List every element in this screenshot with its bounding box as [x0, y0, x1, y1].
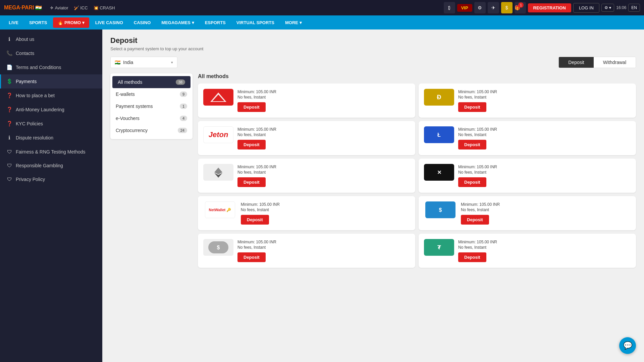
method-card-eth: ETH Minimum: 105.00 INR No fees, Instant… [198, 159, 415, 193]
nav-virtual-sports[interactable]: VIRTUAL SPORTS [232, 17, 279, 28]
responsible-icon: 🛡 [6, 163, 12, 168]
aviator-link[interactable]: ✈ Aviator [50, 5, 68, 10]
methods-header: All methods [198, 73, 636, 79]
xrp-minimum: Minimum: 105.00 INR [458, 165, 631, 169]
tron-info: Minimum: 105.00 INR No fees, Instant Dep… [237, 89, 410, 112]
nav-esports[interactable]: ESPORTS [200, 17, 230, 28]
registration-button[interactable]: REGISTRATION [528, 3, 571, 12]
nav-live[interactable]: LIVE [4, 17, 23, 28]
document-icon: 📄 [6, 64, 12, 70]
tab-withdrawal[interactable]: Withdrawal [594, 57, 636, 68]
methods-grid-items: TRON (TRX) Minimum: 105.00 INR No fees, … [198, 83, 636, 268]
tron-minimum: Minimum: 105.00 INR [237, 89, 410, 94]
filter-cryptocurrency[interactable]: Cryptocurrency 24 [110, 124, 193, 136]
dollar-button[interactable]: $ [501, 2, 513, 13]
xrp-deposit-button[interactable]: Deposit [458, 177, 486, 187]
sidebar-label-responsible: Responsible Gambling [16, 163, 63, 168]
method-card-usdc: $ USDC (ERC20) Minimum: 105.00 INR No fe… [419, 196, 636, 230]
bitcoin-icon-button[interactable]: ₿ [444, 2, 455, 13]
login-button[interactable]: LOG IN [573, 3, 599, 13]
method-card-ltc: Ł LTC Minimum: 105.00 INR No fees, Insta… [419, 121, 636, 155]
methods-grid: All methods TRON (TRX) Minimum: 105.00 I… [198, 73, 636, 268]
sidebar-item-kyc[interactable]: ❓ KYC Policies [0, 117, 102, 131]
usdc-fees: No fees, Instant [461, 207, 631, 212]
filter-crypto-count: 24 [178, 128, 187, 133]
sidebar-label-payments: Payments [16, 79, 37, 84]
nav-megagames[interactable]: MEGAGAMES ▾ [157, 17, 199, 28]
usdt-deposit-button[interactable]: Deposit [237, 252, 266, 262]
netwallet-info: Minimum: 105.00 INR No fees, Instant Dep… [241, 202, 410, 225]
icc-link[interactable]: 🏏 ICC [74, 5, 88, 10]
nav-casino[interactable]: CASINO [129, 17, 156, 28]
deposit-controls: 🇮🇳 India ▾ Deposit Withdrawal [110, 57, 636, 68]
sidebar-item-aml[interactable]: ❓ Anti-Money Laundering [0, 103, 102, 117]
telegram-button[interactable]: ✈ [488, 2, 499, 13]
sidebar-item-responsible-gambling[interactable]: 🛡 Responsible Gambling [0, 159, 102, 172]
usdt-fees: No fees, Instant [237, 245, 410, 250]
gift-button[interactable]: 🎁1 [515, 2, 526, 13]
nav-sports[interactable]: SPORTS [24, 17, 52, 28]
tron-deposit-button[interactable]: Deposit [237, 102, 266, 112]
info-icon: ℹ [6, 36, 12, 42]
usdc-logo: $ [425, 201, 455, 218]
filter-payment-count: 1 [180, 104, 187, 109]
tron-logo [203, 89, 233, 106]
settings-wheel-button[interactable]: ⚙ [474, 2, 486, 13]
doge-deposit-button[interactable]: Deposit [458, 102, 486, 112]
svg-text:$: $ [439, 207, 442, 213]
chat-button[interactable]: 💬 [619, 337, 636, 354]
filter-ewallets-label: E-wallets [116, 92, 135, 97]
method-card-tron: TRON (TRX) Minimum: 105.00 INR No fees, … [198, 83, 415, 118]
methods-container: All methods 38 E-wallets 9 Payment syste… [110, 73, 636, 268]
usdc-minimum: Minimum: 105.00 INR [461, 202, 631, 207]
crash-link[interactable]: 💥 CRASH [93, 5, 115, 10]
tether-name: Tether [433, 257, 446, 262]
sidebar-label-how-to-bet: How to place a bet [16, 93, 55, 98]
usdt-info: Minimum: 105.00 INR No fees, Instant Dep… [237, 240, 410, 262]
filter-payment-label: Payment systems [116, 104, 153, 109]
sidebar-label-dispute: Dispute resolution [16, 135, 53, 140]
method-card-jeton: Jeton Jeton Wallet Minimum: 105.00 INR N… [198, 121, 415, 155]
privacy-icon: 🛡 [6, 176, 12, 182]
jeton-minimum: Minimum: 105.00 INR [237, 127, 410, 132]
doge-name: DOGE [432, 107, 446, 112]
sidebar-item-about-us[interactable]: ℹ About us [0, 32, 102, 46]
filter-ewallets[interactable]: E-wallets 9 [110, 88, 193, 100]
doge-info: Minimum: 105.00 INR No fees, Instant Dep… [458, 89, 631, 112]
country-selector[interactable]: 🇮🇳 India ▾ [110, 57, 177, 68]
gear-settings-button[interactable]: ⚙ ▾ [601, 4, 614, 12]
vip-button[interactable]: VIP [457, 4, 472, 12]
eth-deposit-button[interactable]: Deposit [237, 177, 266, 187]
doge-minimum: Minimum: 105.00 INR [458, 89, 631, 94]
jeton-deposit-button[interactable]: Deposit [237, 140, 266, 149]
sidebar-item-fairness[interactable]: 🛡 Fairness & RNG Testing Methods [0, 145, 102, 159]
sidebar-item-privacy[interactable]: 🛡 Privacy Policy [0, 172, 102, 186]
nav-more[interactable]: MORE ▾ [280, 17, 307, 28]
sidebar-item-how-to-bet[interactable]: ❓ How to place a bet [0, 88, 102, 103]
brand-name: MEGA·PARI [4, 5, 34, 11]
method-card-xrp: ✕ Ripple (XRP) Minimum: 105.00 INR No fe… [419, 159, 636, 193]
filter-crypto-label: Cryptocurrency [116, 128, 148, 133]
top-navigation: MEGA·PARI 🇮🇳 ✈ Aviator 🏏 ICC 💥 CRASH ₿ V… [0, 0, 644, 15]
xrp-logo: ✕ [424, 164, 454, 181]
nav-promo[interactable]: 🔥 PROMO ▾ [53, 17, 89, 28]
language-selector[interactable]: EN [628, 4, 640, 12]
sidebar-item-terms[interactable]: 📄 Terms and Conditions [0, 60, 102, 74]
svg-marker-6 [214, 168, 222, 174]
usdc-deposit-button[interactable]: Deposit [461, 215, 489, 225]
ltc-deposit-button[interactable]: Deposit [458, 140, 486, 149]
brand-logo[interactable]: MEGA·PARI 🇮🇳 [4, 5, 42, 11]
main-navigation: LIVE SPORTS 🔥 PROMO ▾ LIVE CASINO CASINO… [0, 15, 644, 29]
filter-evouchers[interactable]: e-Vouchers 4 [110, 112, 193, 124]
filter-all-methods[interactable]: All methods 38 [112, 76, 191, 88]
sidebar-item-dispute[interactable]: ℹ Dispute resolution [0, 131, 102, 145]
tab-deposit[interactable]: Deposit [559, 57, 593, 68]
sidebar-item-payments[interactable]: 💲 Payments [0, 74, 102, 88]
nav-live-casino[interactable]: LIVE CASINO [91, 17, 128, 28]
svg-text:✕: ✕ [437, 170, 441, 175]
netwallet-deposit-button[interactable]: Deposit [241, 215, 269, 225]
filter-payment-systems[interactable]: Payment systems 1 [110, 100, 193, 112]
tether-deposit-button[interactable]: Deposit [458, 252, 486, 262]
usdt-minimum: Minimum: 105.00 INR [237, 240, 410, 244]
sidebar-item-contacts[interactable]: 📞 Contacts [0, 46, 102, 60]
